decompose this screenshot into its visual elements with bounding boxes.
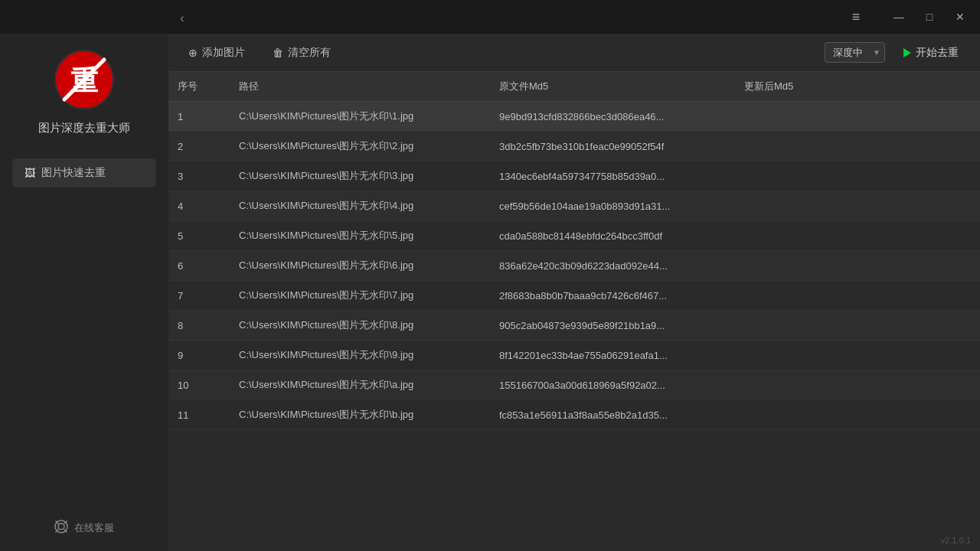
title-bar: — □ ✕	[0, 0, 980, 34]
play-icon	[903, 48, 911, 57]
file-table-container[interactable]: 序号 路径 原文件Md5 更新后Md5 1 C:\Users\KIM\Pictu…	[168, 72, 980, 551]
cell-md5-new	[735, 370, 980, 400]
depth-select[interactable]: 1 深度中 深度高	[825, 42, 885, 63]
maximize-button[interactable]: □	[916, 6, 943, 28]
cell-path: C:\Users\KIM\Pictures\图片无水印\b.jpg	[230, 400, 490, 430]
cell-num: 10	[168, 370, 230, 400]
toolbar: ⊕ 添加图片 🗑 清空所有 1 深度中 深度高 ▼ 开始去重	[168, 34, 980, 72]
table-row: 7 C:\Users\KIM\Pictures\图片无水印\7.jpg 2f86…	[168, 281, 980, 311]
cell-md5-new	[735, 281, 980, 311]
cell-md5-new	[735, 251, 980, 281]
cell-path: C:\Users\KIM\Pictures\图片无水印\2.jpg	[230, 132, 490, 161]
cell-md5-new	[735, 341, 980, 370]
col-header-num: 序号	[168, 72, 230, 102]
table-row: 10 C:\Users\KIM\Pictures\图片无水印\a.jpg 155…	[168, 370, 980, 400]
cell-md5-orig: 905c2ab04873e939d5e89f21bb1a9...	[490, 311, 735, 341]
sidebar-item-label: 图片快速去重	[41, 166, 106, 180]
table-row: 11 C:\Users\KIM\Pictures\图片无水印\b.jpg fc8…	[168, 400, 980, 430]
cell-path: C:\Users\KIM\Pictures\图片无水印\1.jpg	[230, 102, 490, 132]
svg-point-4	[58, 523, 64, 530]
cell-num: 1	[168, 102, 230, 132]
menu-icon[interactable]: ≡	[842, 6, 870, 28]
sidebar-item-quick-dedup[interactable]: 🖼 图片快速去重	[12, 158, 156, 187]
col-header-md5-new: 更新后Md5	[735, 72, 980, 102]
cell-num: 7	[168, 281, 230, 311]
table-row: 5 C:\Users\KIM\Pictures\图片无水印\5.jpg cda0…	[168, 221, 980, 251]
cell-path: C:\Users\KIM\Pictures\图片无水印\8.jpg	[230, 311, 490, 341]
cell-path: C:\Users\KIM\Pictures\图片无水印\3.jpg	[230, 161, 490, 191]
cell-md5-new	[735, 400, 980, 430]
cell-num: 4	[168, 191, 230, 221]
cell-md5-new	[735, 161, 980, 191]
cell-path: C:\Users\KIM\Pictures\图片无水印\4.jpg	[230, 191, 490, 221]
cell-path: C:\Users\KIM\Pictures\图片无水印\9.jpg	[230, 341, 490, 370]
cell-num: 5	[168, 221, 230, 251]
minimize-button[interactable]: —	[885, 6, 913, 28]
col-header-md5-orig: 原文件Md5	[490, 72, 735, 102]
app-logo: 重	[54, 49, 115, 110]
file-table: 序号 路径 原文件Md5 更新后Md5 1 C:\Users\KIM\Pictu…	[168, 72, 980, 430]
cell-md5-orig: 836a62e420c3b09d6223dad092e44...	[490, 251, 735, 281]
trash-icon: 🗑	[273, 47, 283, 59]
back-button[interactable]: ‹	[168, 8, 196, 29]
table-row: 3 C:\Users\KIM\Pictures\图片无水印\3.jpg 1340…	[168, 161, 980, 191]
add-icon: ⊕	[188, 47, 198, 59]
sidebar: 重 图片深度去重大师 🖼 图片快速去重 在线客服	[0, 34, 168, 551]
version-text: v2.1.0.1	[941, 536, 971, 545]
close-button[interactable]: ✕	[946, 6, 974, 28]
table-body: 1 C:\Users\KIM\Pictures\图片无水印\1.jpg 9e9b…	[168, 102, 980, 430]
table-row: 9 C:\Users\KIM\Pictures\图片无水印\9.jpg 8f14…	[168, 341, 980, 370]
cell-md5-new	[735, 102, 980, 132]
cell-md5-orig: cda0a588bc81448ebfdc264bcc3ff0df	[490, 221, 735, 251]
cell-md5-orig: 9e9bd913cfd832866bec3d086ea46...	[490, 102, 735, 132]
cell-md5-new	[735, 221, 980, 251]
clear-all-button[interactable]: 🗑 清空所有	[262, 41, 341, 64]
depth-select-wrapper: 1 深度中 深度高 ▼	[825, 42, 885, 63]
cell-md5-new	[735, 191, 980, 221]
cell-md5-orig: 155166700a3a00d618969a5f92a02...	[490, 370, 735, 400]
cell-num: 3	[168, 161, 230, 191]
cell-num: 11	[168, 400, 230, 430]
cell-num: 2	[168, 132, 230, 161]
cell-md5-orig: cef59b56de104aae19a0b893d91a31...	[490, 191, 735, 221]
cell-num: 6	[168, 251, 230, 281]
support-icon	[54, 520, 68, 536]
cell-md5-orig: 2f8683ba8b0b7baaa9cb7426c6f467...	[490, 281, 735, 311]
table-row: 8 C:\Users\KIM\Pictures\图片无水印\8.jpg 905c…	[168, 311, 980, 341]
cell-md5-orig: 8f142201ec33b4ae755a06291eafa1...	[490, 341, 735, 370]
start-dedup-button[interactable]: 开始去重	[891, 41, 971, 64]
table-row: 2 C:\Users\KIM\Pictures\图片无水印\2.jpg 3db2…	[168, 132, 980, 161]
table-header-row: 序号 路径 原文件Md5 更新后Md5	[168, 72, 980, 102]
support-label: 在线客服	[74, 521, 114, 535]
cell-md5-new	[735, 132, 980, 161]
cell-md5-orig: 3db2c5fb73be310b1feac0e99052f54f	[490, 132, 735, 161]
col-header-path: 路径	[230, 72, 490, 102]
app-title: 图片深度去重大师	[38, 119, 130, 135]
logo-container: 重 图片深度去重大师	[38, 49, 130, 135]
table-row: 6 C:\Users\KIM\Pictures\图片无水印\6.jpg 836a…	[168, 251, 980, 281]
table-row: 1 C:\Users\KIM\Pictures\图片无水印\1.jpg 9e9b…	[168, 102, 980, 132]
cell-path: C:\Users\KIM\Pictures\图片无水印\a.jpg	[230, 370, 490, 400]
cell-md5-new	[735, 311, 980, 341]
cell-num: 9	[168, 341, 230, 370]
table-row: 4 C:\Users\KIM\Pictures\图片无水印\4.jpg cef5…	[168, 191, 980, 221]
sidebar-menu: 🖼 图片快速去重	[0, 158, 168, 187]
cell-path: C:\Users\KIM\Pictures\图片无水印\6.jpg	[230, 251, 490, 281]
online-support-button[interactable]: 在线客服	[54, 520, 114, 536]
cell-num: 8	[168, 311, 230, 341]
image-icon: 🖼	[24, 167, 35, 179]
main-content: ⊕ 添加图片 🗑 清空所有 1 深度中 深度高 ▼ 开始去重 序号	[168, 34, 980, 551]
cell-path: C:\Users\KIM\Pictures\图片无水印\7.jpg	[230, 281, 490, 311]
add-image-button[interactable]: ⊕ 添加图片	[178, 41, 256, 64]
cell-md5-orig: fc853a1e56911a3f8aa55e8b2a1d35...	[490, 400, 735, 430]
cell-md5-orig: 1340ec6ebf4a597347758b85d39a0...	[490, 161, 735, 191]
cell-path: C:\Users\KIM\Pictures\图片无水印\5.jpg	[230, 221, 490, 251]
window-controls: — □ ✕	[885, 6, 974, 28]
